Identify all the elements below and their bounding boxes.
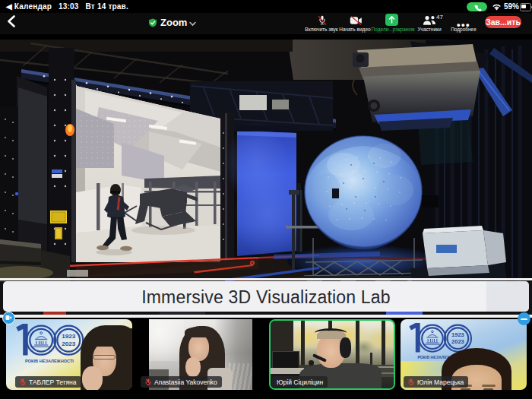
svg-text:1923: 1923 — [451, 331, 464, 338]
svg-text:2023: 2023 — [62, 340, 76, 347]
svg-text:РОКІВ НЕЗАЛЕЖНОСТІ: РОКІВ НЕЗАЛЕЖНОСТІ — [25, 359, 74, 363]
svg-text:2023: 2023 — [451, 338, 464, 345]
svg-text:1923: 1923 — [62, 333, 76, 340]
